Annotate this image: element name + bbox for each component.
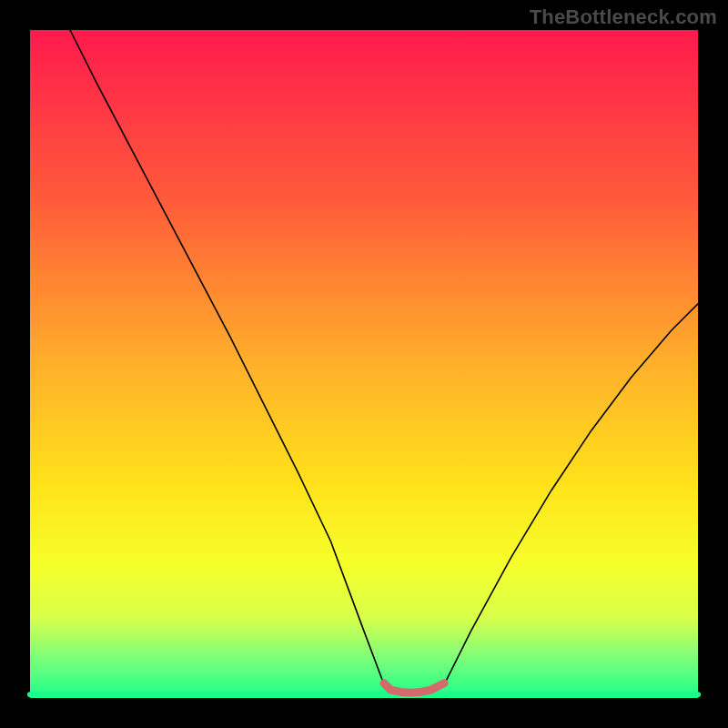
- attribution-label: TheBottleneck.com: [530, 5, 717, 29]
- bottleneck-chart: [0, 0, 728, 728]
- chart-frame: TheBottleneck.com: [0, 0, 728, 728]
- svg-rect-0: [30, 30, 698, 698]
